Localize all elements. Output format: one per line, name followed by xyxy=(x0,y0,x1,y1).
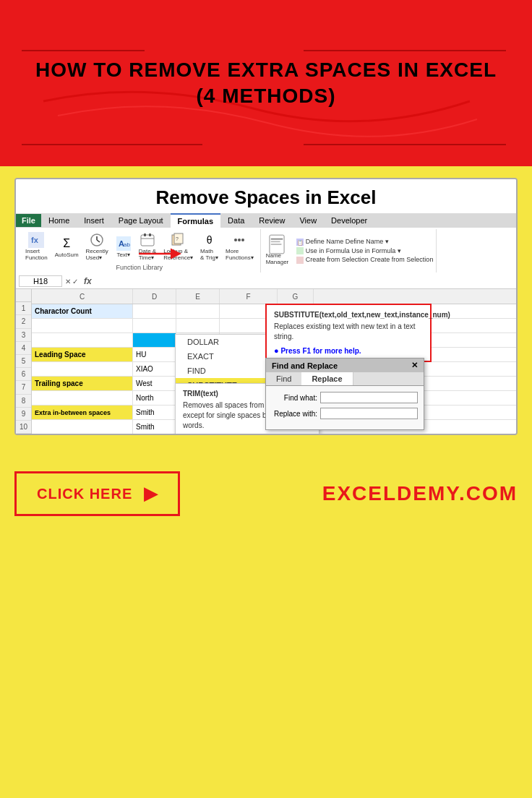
dropdown-exact[interactable]: EXACT xyxy=(176,349,268,364)
tab-data[interactable]: Data xyxy=(220,214,252,227)
find-replace-body: Find what: Replace with: xyxy=(266,386,424,429)
fx-nav-buttons: ✕ ✓ xyxy=(65,278,78,286)
svg-rect-15 xyxy=(149,233,151,236)
cell-c2[interactable] xyxy=(32,319,133,332)
name-manager-label: NameManager xyxy=(266,252,289,265)
replace-with-input[interactable] xyxy=(320,408,418,419)
cell-e2[interactable] xyxy=(176,319,220,332)
create-from-selection-button[interactable]: Create from Selection Create from Select… xyxy=(296,256,433,264)
find-what-label: Find what: xyxy=(272,394,317,402)
replace-with-row: Replace with: xyxy=(272,408,418,419)
insert-function-label: InsertFunction xyxy=(25,248,48,261)
dropdown-find[interactable]: FIND xyxy=(176,364,268,378)
find-replace-panel: Find and Replace ✕ Find Replace Find wha… xyxy=(265,358,424,430)
cell-d8[interactable]: Smith xyxy=(133,406,176,419)
tab-view[interactable]: View xyxy=(292,214,324,227)
ribbon-tabs: File Home Insert Page Layout Formulas Da… xyxy=(16,213,516,228)
use-in-formula-button[interactable]: Use in Formula Use in Formula ▾ xyxy=(296,247,433,255)
cell-d4[interactable]: HU xyxy=(133,348,176,361)
col-header-g: G xyxy=(278,289,314,304)
cell-c8-extra-spaces[interactable]: Extra in-between spaces xyxy=(32,406,133,419)
cell-c3[interactable] xyxy=(32,333,133,347)
confirm-formula-button[interactable]: ✓ xyxy=(72,278,78,286)
dropdown-dollar[interactable]: DOLLAR xyxy=(176,335,268,349)
col-headers: C D E F G xyxy=(32,289,516,304)
tab-file[interactable]: File xyxy=(16,214,41,227)
fx-symbol: fx xyxy=(81,276,95,286)
formula-bar-input[interactable] xyxy=(98,277,513,286)
fx-bar: H18 ✕ ✓ fx xyxy=(16,274,516,289)
close-find-replace-button[interactable]: ✕ xyxy=(411,361,418,370)
find-what-input[interactable] xyxy=(320,392,418,403)
more-functions-label: MoreFunctions▾ xyxy=(226,248,254,261)
substitute-description: Replaces existing text with new text in … xyxy=(274,322,423,342)
cell-d2[interactable] xyxy=(133,319,176,332)
bottom-section: CLICK HERE EXCELDEMY.COM xyxy=(0,450,532,531)
remove-spaces-heading: Remove Spaces in Excel xyxy=(16,179,516,213)
ribbon-content: fx InsertFunction Σ AutoSum xyxy=(16,228,516,274)
svg-point-19 xyxy=(234,239,237,241)
row-header-6: 6 xyxy=(16,368,31,381)
cell-c7[interactable] xyxy=(32,391,133,405)
fx-icon: fx xyxy=(28,232,44,248)
row-header-8: 8 xyxy=(16,395,31,408)
tab-home[interactable]: Home xyxy=(41,214,77,227)
col-header-f: F xyxy=(220,289,278,304)
cell-d5[interactable]: XIAO xyxy=(133,362,176,376)
svg-rect-25 xyxy=(271,244,282,245)
tab-insert[interactable]: Insert xyxy=(77,214,111,227)
name-manager-icon xyxy=(269,236,285,252)
tab-formulas[interactable]: Formulas xyxy=(171,213,221,228)
cancel-formula-button[interactable]: ✕ xyxy=(65,278,71,286)
find-tab[interactable]: Find xyxy=(266,372,301,385)
cell-c9[interactable] xyxy=(32,420,133,434)
row-header-10: 10 xyxy=(16,421,31,434)
autosum-label: AutoSum xyxy=(55,252,79,258)
insert-function-button[interactable]: fx InsertFunction xyxy=(23,231,50,262)
tab-page-layout[interactable]: Page Layout xyxy=(111,214,171,227)
cell-d1[interactable] xyxy=(133,304,176,318)
replace-tab[interactable]: Replace xyxy=(301,372,353,385)
tab-review[interactable]: Review xyxy=(252,214,292,227)
row-header-5: 5 xyxy=(16,355,31,368)
svg-text:?: ? xyxy=(176,236,179,241)
cell-c1[interactable]: Charactor Count xyxy=(32,304,133,318)
row-header-3: 3 xyxy=(16,329,31,342)
row-header-2: 2 xyxy=(16,315,31,328)
substitute-help-link[interactable]: ● Press F1 for more help. xyxy=(274,346,423,355)
text-icon: A ab xyxy=(116,236,132,252)
svg-rect-23 xyxy=(271,239,283,240)
math-label: Math& Trig▾ xyxy=(200,248,218,261)
cell-e1[interactable] xyxy=(176,304,220,318)
find-what-row: Find what: xyxy=(272,392,418,403)
clock-icon xyxy=(89,232,105,248)
recently-used-button[interactable]: RecentlyUsed▾ xyxy=(84,231,111,262)
define-name-button[interactable]: 📋 Define Name Define Name ▾ xyxy=(296,238,433,246)
cell-d7[interactable]: North xyxy=(133,391,176,405)
top-red-section: How to Remove Extra Spaces in Excel (4 M… xyxy=(0,0,532,166)
row-header-9: 9 xyxy=(16,408,31,421)
cell-d6[interactable]: West xyxy=(133,377,176,390)
svg-rect-28 xyxy=(296,247,304,254)
math-trig-button[interactable]: θ Math& Trig▾ xyxy=(198,231,220,262)
cell-c6-trailing-space[interactable]: Trailing space xyxy=(32,377,133,390)
text-label: Text▾ xyxy=(116,252,130,258)
autosum-button[interactable]: Σ AutoSum xyxy=(53,234,81,259)
col-header-d: D xyxy=(133,289,176,304)
cell-d3[interactable] xyxy=(133,333,176,347)
cell-reference-box[interactable]: H18 xyxy=(19,275,62,287)
cell-c5[interactable] xyxy=(32,362,133,376)
spreadsheet-area: 1 2 3 4 5 6 7 8 9 10 C D E F G xyxy=(16,289,516,434)
svg-text:📋: 📋 xyxy=(297,239,304,246)
name-manager-button[interactable]: NameManager xyxy=(264,235,291,267)
text-button[interactable]: A ab Text▾ xyxy=(113,234,134,259)
cell-d9[interactable]: Smith xyxy=(133,420,176,434)
cell-c4-leading-space[interactable]: Leading Space xyxy=(32,348,133,361)
more-functions-button[interactable]: MoreFunctions▾ xyxy=(223,231,256,262)
tab-developer[interactable]: Developer xyxy=(324,214,374,227)
row-header-1: 1 xyxy=(16,302,31,315)
replace-with-label: Replace with: xyxy=(272,410,317,418)
click-here-button[interactable]: CLICK HERE xyxy=(14,471,180,516)
row-headers: 1 2 3 4 5 6 7 8 9 10 xyxy=(16,289,32,434)
red-arrow-decoration xyxy=(139,244,182,264)
